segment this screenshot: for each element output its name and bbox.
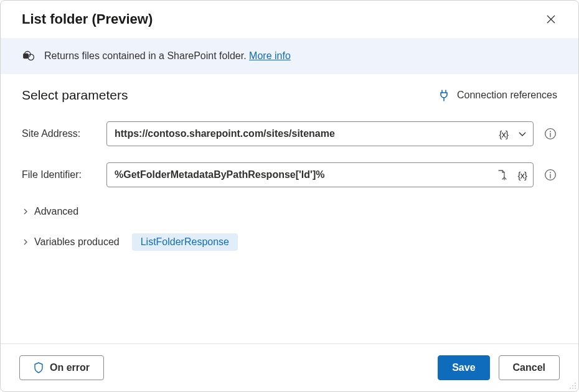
svg-point-7 [550, 172, 551, 173]
chevron-right-icon [22, 238, 29, 246]
save-label: Save [452, 362, 475, 373]
save-button[interactable]: Save [438, 355, 489, 380]
on-error-button[interactable]: On error [19, 355, 104, 380]
more-info-link[interactable]: More info [249, 50, 291, 61]
site-address-info-button[interactable] [544, 127, 557, 141]
insert-variable-button[interactable]: {x} [494, 122, 513, 146]
info-banner: S Returns files contained in a SharePoin… [1, 38, 578, 74]
file-identifier-info-button[interactable] [544, 168, 557, 182]
dropdown-button[interactable] [513, 122, 533, 146]
dialog-header: List folder (Preview) [1, 1, 578, 38]
cancel-button[interactable]: Cancel [499, 355, 560, 380]
close-button[interactable] [542, 11, 560, 28]
info-icon [544, 169, 557, 181]
file-identifier-input-wrap: {x} [106, 162, 534, 187]
on-error-label: On error [50, 362, 90, 373]
chevron-down-icon [518, 129, 527, 138]
site-address-label: Site Address: [22, 128, 96, 139]
field-file-identifier: File Identifier: {x} [22, 162, 557, 187]
svg-point-5 [550, 131, 551, 132]
site-address-input-wrap: {x} [106, 121, 534, 146]
variables-produced-label: Variables produced [34, 236, 120, 248]
insert-variable-button[interactable]: {x} [512, 163, 533, 187]
variable-icon: {x} [517, 170, 527, 180]
svg-text:S: S [25, 54, 27, 58]
dialog-title: List folder (Preview) [22, 11, 153, 27]
sharepoint-icon: S [22, 49, 35, 63]
cancel-label: Cancel [513, 362, 545, 373]
plug-icon [438, 89, 450, 101]
file-identifier-label: File Identifier: [22, 169, 96, 180]
variable-chip[interactable]: ListFolderResponse [132, 233, 238, 251]
info-icon [544, 128, 557, 140]
file-select-icon [496, 169, 507, 180]
connection-references-label: Connection references [457, 90, 557, 101]
dialog-footer: On error Save Cancel [1, 343, 578, 391]
shield-icon [34, 362, 44, 373]
advanced-expander[interactable]: Advanced [22, 206, 557, 217]
file-identifier-input[interactable] [107, 169, 491, 180]
dialog: List folder (Preview) S Returns files co… [0, 0, 579, 392]
variables-produced-expander[interactable]: Variables produced ListFolderResponse [22, 233, 557, 251]
advanced-label: Advanced [34, 206, 78, 217]
site-address-input[interactable] [107, 128, 494, 139]
dialog-body: Select parameters Connection references … [1, 74, 578, 343]
connection-references-button[interactable]: Connection references [438, 89, 557, 101]
chevron-right-icon [22, 208, 29, 215]
variable-icon: {x} [499, 129, 508, 139]
field-site-address: Site Address: {x} [22, 121, 557, 146]
file-picker-button[interactable] [491, 163, 512, 187]
section-title: Select parameters [22, 88, 128, 103]
close-icon [546, 14, 556, 24]
info-banner-text: Returns files contained in a SharePoint … [44, 50, 291, 62]
